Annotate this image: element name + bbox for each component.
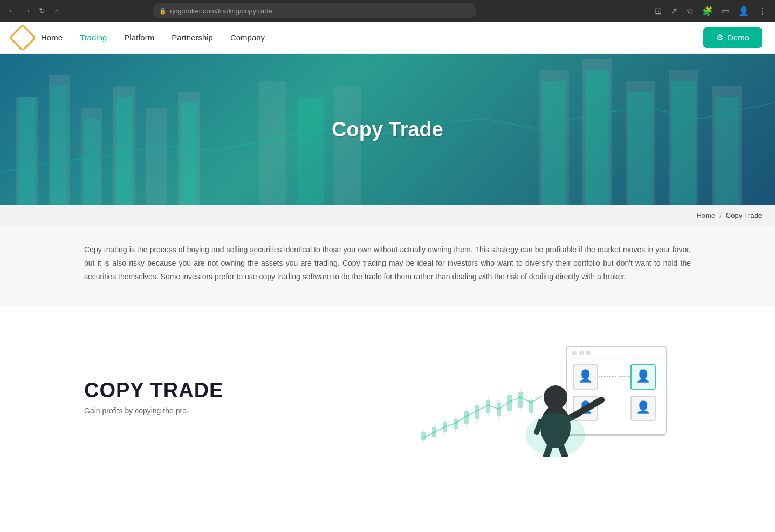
svg-rect-8 [146, 108, 167, 205]
description-text: Copy trading is the process of buying an… [84, 243, 691, 284]
svg-rect-37 [486, 400, 490, 413]
copy-trade-text-area: COPY TRADE Gain profits by copying the p… [84, 379, 372, 415]
svg-text:👤: 👤 [635, 369, 650, 383]
share-icon[interactable]: ↗ [668, 5, 680, 17]
svg-point-56 [586, 351, 591, 355]
hero-banner: Copy Trade [0, 54, 775, 205]
copy-trade-subtitle: Gain profits by copying the pro. [84, 406, 372, 415]
demo-icon: ⚙ [716, 33, 723, 43]
home-button[interactable]: ⌂ [52, 5, 63, 16]
svg-rect-10 [181, 102, 197, 205]
svg-text:👤: 👤 [635, 400, 650, 414]
svg-point-73 [526, 413, 585, 457]
cast-icon[interactable]: ⊡ [653, 5, 664, 17]
nav-link-company[interactable]: Company [230, 33, 265, 42]
refresh-button[interactable]: ↻ [37, 5, 47, 16]
breadcrumb-home[interactable]: Home [696, 211, 715, 219]
back-button[interactable]: ← [6, 5, 17, 16]
svg-rect-15 [542, 81, 566, 205]
svg-rect-3 [51, 86, 67, 205]
browser-chrome: ← → ↻ ⌂ 🔒 qcgbroker.com/trading/copytrad… [0, 0, 775, 22]
site-nav: Home Trading Platform Partnership Compan… [0, 22, 775, 54]
bookmark-icon[interactable]: ☆ [684, 5, 696, 17]
address-bar[interactable]: 🔒 qcgbroker.com/trading/copytrade [153, 3, 476, 18]
description-section: Copy trading is the process of buying an… [0, 226, 775, 306]
copy-trade-title: COPY TRADE [84, 379, 372, 402]
nav-item-partnership[interactable]: Partnership [172, 33, 213, 43]
logo[interactable] [9, 24, 37, 51]
copy-trade-illustration: 👤 👤 👤 👤 [404, 338, 691, 457]
svg-rect-11 [259, 81, 286, 205]
nav-item-company[interactable]: Company [230, 33, 265, 43]
svg-rect-7 [116, 97, 132, 205]
svg-rect-53 [566, 346, 666, 435]
svg-rect-5 [84, 119, 100, 205]
svg-rect-25 [421, 432, 426, 440]
hero-title: Copy Trade [332, 118, 443, 141]
breadcrumb-current: Copy Trade [726, 211, 762, 219]
nav-item-trading[interactable]: Trading [80, 33, 107, 43]
menu-icon[interactable]: ⋮ [756, 5, 769, 17]
demo-label: Demo [728, 33, 749, 42]
browser-actions: ⊡ ↗ ☆ 🧩 ▭ 👤 ⋮ [653, 5, 769, 17]
extensions-icon[interactable]: 🧩 [700, 5, 715, 17]
url-display: qcgbroker.com/trading/copytrade [170, 7, 272, 15]
nav-link-trading[interactable]: Trading [80, 33, 107, 42]
svg-rect-1 [19, 97, 35, 205]
forward-button[interactable]: → [22, 5, 32, 16]
svg-rect-21 [671, 81, 696, 205]
svg-point-54 [572, 351, 577, 355]
copy-trade-svg: 👤 👤 👤 👤 [407, 338, 688, 457]
svg-rect-13 [334, 86, 361, 205]
nav-links: Home Trading Platform Partnership Compan… [41, 33, 265, 43]
demo-button[interactable]: ⚙ Demo [703, 27, 762, 48]
copy-trade-section: COPY TRADE Gain profits by copying the p… [0, 306, 775, 489]
lock-icon: 🔒 [159, 8, 167, 15]
svg-rect-12 [297, 97, 324, 205]
nav-link-home[interactable]: Home [41, 33, 63, 42]
svg-rect-35 [475, 405, 479, 419]
breadcrumb: Home / Copy Trade [0, 205, 775, 226]
nav-link-platform[interactable]: Platform [124, 33, 154, 42]
svg-point-55 [579, 351, 584, 355]
logo-inner [15, 30, 31, 46]
profile-icon[interactable]: 👤 [736, 5, 751, 17]
svg-rect-17 [585, 70, 609, 205]
nav-link-partnership[interactable]: Partnership [172, 33, 213, 42]
svg-rect-43 [518, 392, 523, 408]
nav-item-home[interactable]: Home [41, 33, 63, 43]
window-icon[interactable]: ▭ [719, 5, 732, 17]
nav-item-platform[interactable]: Platform [124, 33, 154, 43]
svg-text:👤: 👤 [578, 369, 593, 383]
breadcrumb-separator: / [719, 211, 722, 219]
